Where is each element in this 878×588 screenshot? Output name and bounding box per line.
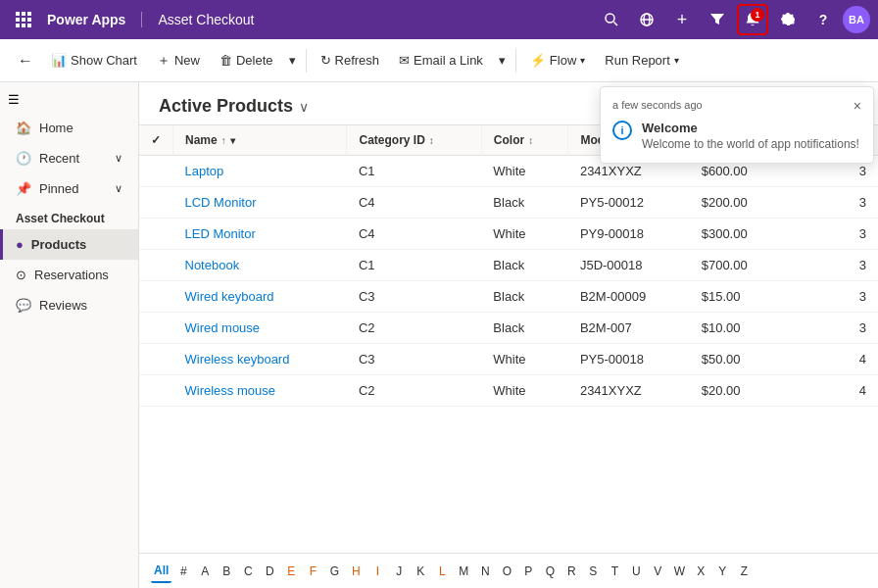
alpha-btn-g[interactable]: G	[324, 560, 344, 583]
sidebar-item-recent[interactable]: 🕐 Recent ∨	[0, 143, 138, 173]
back-button[interactable]: ←	[12, 47, 39, 74]
sidebar: ☰ 🏠 Home 🕐 Recent ∨ 📌 Pinned ∨ Asset Che…	[0, 82, 139, 588]
alpha-btn-o[interactable]: O	[497, 560, 516, 583]
sidebar-item-products[interactable]: ● Products	[0, 229, 138, 260]
sidebar-menu-toggle[interactable]: ☰	[0, 86, 138, 113]
row-name-4[interactable]: Wired keyboard	[173, 281, 347, 313]
filter-icon[interactable]	[702, 4, 733, 35]
more-email-options-button[interactable]: ▾	[495, 48, 510, 73]
row-model-1: PY5-00012	[568, 187, 690, 219]
row-name-3[interactable]: Notebook	[173, 250, 347, 281]
row-checkbox-7[interactable]	[139, 375, 173, 407]
alpha-btn-h[interactable]: H	[346, 560, 366, 583]
refresh-button[interactable]: ↻ Refresh	[313, 48, 388, 73]
alpha-btn-m[interactable]: M	[454, 560, 473, 583]
alpha-btn-k[interactable]: K	[411, 560, 430, 583]
category-col-header[interactable]: Category ID ↕	[347, 125, 481, 156]
sidebar-item-pinned[interactable]: 📌 Pinned ∨	[0, 173, 138, 204]
products-icon: ●	[16, 237, 24, 252]
alpha-btn-j[interactable]: J	[389, 560, 409, 583]
alpha-btn-y[interactable]: Y	[712, 560, 732, 583]
row-checkbox-5[interactable]	[139, 313, 173, 344]
alpha-btn-n[interactable]: N	[475, 560, 495, 583]
row-checkbox-3[interactable]	[139, 250, 173, 281]
row-name-0[interactable]: Laptop	[173, 156, 347, 187]
sidebar-item-home[interactable]: 🏠 Home	[0, 113, 138, 143]
select-all-checkbox[interactable]: ✓	[151, 133, 161, 147]
row-checkbox-4[interactable]	[139, 281, 173, 313]
row-model-5: B2M-007	[568, 313, 690, 344]
globe-icon[interactable]	[631, 4, 662, 35]
avatar[interactable]: BA	[843, 6, 870, 33]
search-icon[interactable]	[596, 4, 627, 35]
row-checkbox-0[interactable]	[139, 156, 173, 187]
row-checkbox-1[interactable]	[139, 187, 173, 219]
alpha-btn-#[interactable]: #	[173, 560, 193, 583]
row-name-2[interactable]: LED Monitor	[173, 219, 347, 250]
alpha-btn-t[interactable]: T	[605, 560, 624, 583]
alpha-btn-l[interactable]: L	[432, 560, 452, 583]
settings-gear-icon[interactable]	[772, 4, 804, 35]
alpha-btn-b[interactable]: B	[217, 560, 236, 583]
alpha-btn-z[interactable]: Z	[734, 560, 754, 583]
alpha-btn-e[interactable]: E	[281, 560, 301, 583]
email-icon: ✉	[399, 53, 410, 68]
products-table-body: Laptop C1 White 2341XYXZ $600.00 3 LCD M…	[139, 156, 878, 407]
chart-icon: 📊	[51, 53, 67, 68]
alpha-btn-a[interactable]: A	[195, 560, 215, 583]
notification-bell-icon[interactable]: 1	[737, 4, 768, 35]
table-row: Notebook C1 Black J5D-00018 $700.00 3	[139, 250, 878, 281]
row-color-0: White	[481, 156, 568, 187]
row-checkbox-6[interactable]	[139, 344, 173, 375]
alpha-btn-x[interactable]: X	[691, 560, 710, 583]
refresh-icon: ↻	[320, 53, 331, 68]
color-col-header[interactable]: Color ↕	[481, 125, 568, 156]
help-icon[interactable]: ?	[807, 4, 839, 35]
name-col-header[interactable]: Name ↑ ▾	[173, 125, 347, 156]
row-checkbox-2[interactable]	[139, 219, 173, 250]
sidebar-item-reviews[interactable]: 💬 Reviews	[0, 290, 138, 320]
plus-icon[interactable]: +	[666, 4, 698, 35]
svg-rect-8	[27, 24, 31, 27]
color-sort-icon: ↕	[528, 135, 533, 146]
row-category-7: C2	[347, 375, 481, 407]
alpha-btn-u[interactable]: U	[626, 560, 646, 583]
more-delete-options-button[interactable]: ▾	[285, 48, 300, 73]
topbar: Power Apps Asset Checkout + 1	[0, 0, 878, 39]
row-model-3: J5D-00018	[568, 250, 690, 281]
row-name-6[interactable]: Wireless keyboard	[173, 344, 347, 375]
alpha-btn-r[interactable]: R	[561, 560, 581, 583]
notif-message: Welcome to the world of app notification…	[642, 137, 859, 151]
row-rating-2: 3	[784, 219, 878, 250]
alpha-btn-d[interactable]: D	[260, 560, 279, 583]
notif-timestamp: a few seconds ago	[612, 99, 703, 111]
alpha-btn-w[interactable]: W	[669, 560, 689, 583]
row-name-7[interactable]: Wireless mouse	[173, 375, 347, 407]
row-name-5[interactable]: Wired mouse	[173, 313, 347, 344]
name-filter-icon[interactable]: ▾	[230, 135, 235, 146]
show-chart-button[interactable]: 📊 Show Chart	[43, 48, 145, 73]
alpha-btn-i[interactable]: I	[367, 560, 387, 583]
row-category-2: C4	[347, 219, 481, 250]
flow-chevron-icon: ▾	[580, 55, 585, 66]
alpha-btn-p[interactable]: P	[518, 560, 538, 583]
alpha-btn-q[interactable]: Q	[540, 560, 560, 583]
alpha-btn-v[interactable]: V	[648, 560, 667, 583]
apps-grid-icon[interactable]	[8, 4, 39, 35]
run-report-button[interactable]: Run Report ▾	[597, 48, 686, 73]
email-link-button[interactable]: ✉ Email a Link	[391, 48, 491, 73]
products-table: ✓ Name ↑ ▾ Catego	[139, 125, 878, 407]
alpha-btn-all[interactable]: All	[151, 560, 171, 583]
new-button[interactable]: ＋ New	[149, 47, 208, 74]
sidebar-item-reservations[interactable]: ⊙ Reservations	[0, 260, 138, 290]
notif-close-button[interactable]: ×	[854, 99, 861, 113]
flow-button[interactable]: ⚡ Flow ▾	[522, 48, 593, 73]
row-price-3: $700.00	[690, 250, 784, 281]
row-name-1[interactable]: LCD Monitor	[173, 187, 347, 219]
delete-button[interactable]: 🗑 Delete	[212, 48, 281, 73]
alpha-btn-s[interactable]: S	[583, 560, 603, 583]
alpha-btn-f[interactable]: F	[303, 560, 322, 583]
alpha-btn-c[interactable]: C	[238, 560, 258, 583]
title-chevron-icon[interactable]: ∨	[299, 99, 309, 115]
svg-point-9	[606, 14, 614, 23]
